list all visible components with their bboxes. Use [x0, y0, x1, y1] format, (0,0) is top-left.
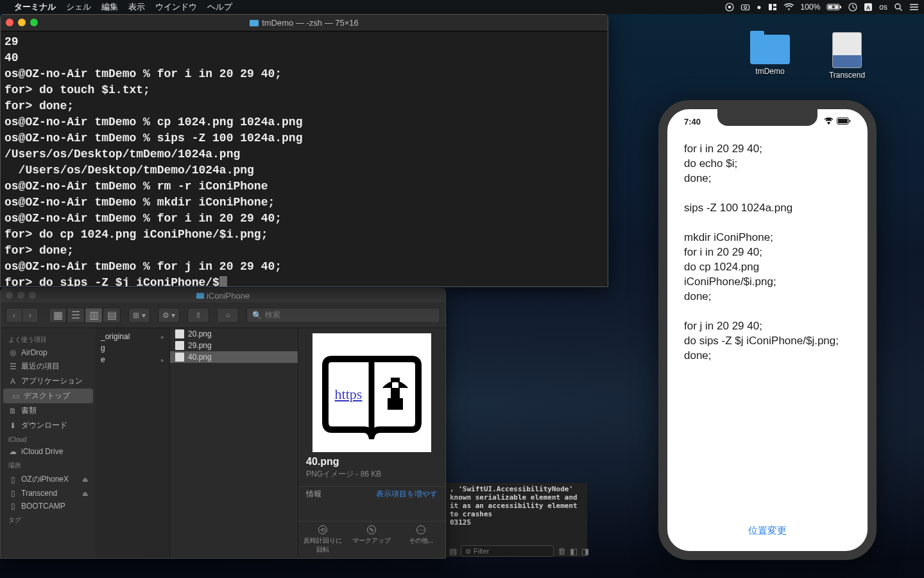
sidebar-item-iphone[interactable]: ▯OZのiPhoneX⏏ [1, 472, 96, 487]
forward-button[interactable]: › [22, 308, 38, 323]
terminal-title: tmDemo — -zsh — 75×16 [262, 18, 359, 28]
close-button[interactable] [6, 19, 13, 26]
zoom-button[interactable] [30, 19, 38, 26]
trash-icon[interactable]: 🗑 [558, 547, 566, 556]
svg-rect-2 [742, 5, 749, 10]
status-camera-icon[interactable] [740, 3, 750, 12]
finder-sidebar: よく使う項目 ◎AirDrop ☰最近の項目 Аアプリケーション ▭デスクトップ… [1, 328, 96, 558]
eject-icon[interactable]: ⏏ [82, 476, 88, 483]
documents-icon: 🗎 [8, 407, 17, 416]
markup-button[interactable]: ✎マークアップ [347, 521, 396, 558]
rotate-ccw-button[interactable]: ⟲反時計回りに 回転 [298, 521, 347, 558]
view-list-button[interactable]: ☰ [67, 308, 85, 323]
terminal-titlebar[interactable]: tmDemo — -zsh — 75×16 [1, 15, 608, 31]
eject-icon[interactable]: ⏏ [82, 490, 88, 497]
menu-window[interactable]: ウインドウ [155, 1, 197, 13]
airdrop-icon: ◎ [8, 348, 17, 357]
desktop-folder-label: tmDemo [744, 67, 796, 76]
status-user[interactable]: os [879, 3, 887, 12]
sidebar-item-iclouddrive[interactable]: ☁iCloud Drive [1, 445, 96, 458]
phone-frame: 7:40 for i in 20 29 40; do echo $i; done… [658, 100, 877, 560]
desktop-drive-label: Transcend [821, 71, 873, 80]
file-row[interactable]: 40.png [170, 351, 298, 363]
folder-icon [750, 35, 790, 64]
back-button[interactable]: ‹ [6, 308, 22, 323]
sidebar-item-desktop[interactable]: ▭デスクトップ [3, 389, 93, 403]
sidebar-item-airdrop[interactable]: ◎AirDrop [1, 346, 96, 359]
menu-view[interactable]: 表示 [128, 1, 145, 13]
phone-bottom-button[interactable]: 位置変更 [667, 525, 868, 537]
close-button[interactable] [6, 292, 13, 299]
svg-rect-17 [850, 120, 851, 123]
column-item[interactable]: _original▸ [96, 331, 169, 342]
desktop-drive-transcend[interactable]: Transcend [821, 32, 873, 80]
phone-icon: ▯ [8, 475, 17, 484]
finder-titlebar[interactable]: iConiPhone [1, 288, 445, 302]
view-column-button[interactable]: ▥ [85, 308, 103, 323]
status-notifications-icon[interactable] [909, 3, 919, 11]
folder-icon [196, 293, 204, 299]
status-spotlight-icon[interactable] [894, 3, 903, 12]
png-icon [175, 329, 184, 338]
terminal-body[interactable]: 29 40 os@OZ-no-Air tmDemo % for i in 20 … [1, 31, 608, 287]
sidebar-item-applications[interactable]: Аアプリケーション [1, 374, 96, 389]
svg-rect-6 [773, 8, 776, 10]
ios-simulator: 7:40 for i in 20 29 40; do echo $i; done… [658, 100, 877, 560]
recents-icon: ☰ [8, 362, 17, 371]
sidebar-item-recents[interactable]: ☰最近の項目 [1, 359, 96, 374]
status-wifi-icon[interactable] [783, 3, 794, 11]
status-input-icon[interactable]: A [864, 3, 873, 12]
view-icon-button[interactable]: ▦ [49, 308, 67, 323]
more-button[interactable]: ⋯その他... [397, 521, 445, 558]
menu-help[interactable]: ヘルプ [207, 1, 232, 13]
view-gallery-button[interactable]: ▤ [103, 308, 121, 323]
panel-right-icon[interactable]: ◨ [581, 547, 589, 556]
arrange-button[interactable]: ⊞ ▾ [128, 308, 150, 323]
menubar: ターミナル シェル 編集 表示 ウインドウ ヘルプ ● 100% A os [0, 0, 924, 14]
cloud-icon: ☁ [8, 447, 17, 456]
column-item[interactable]: g [96, 342, 169, 354]
panel-icon[interactable]: ▤ [449, 547, 457, 556]
share-button[interactable]: ⇧ [187, 308, 209, 323]
minimize-button[interactable] [18, 19, 26, 26]
disk-icon: ▯ [8, 502, 17, 511]
search-placeholder: 検索 [265, 310, 280, 320]
desktop-folder-tmdemo[interactable]: tmDemo [744, 35, 796, 76]
sidebar-item-bootcamp[interactable]: ▯BOOTCAMP [1, 500, 96, 512]
finder-search[interactable]: 🔍 検索 [246, 308, 440, 323]
png-icon [175, 353, 184, 362]
show-more-link[interactable]: 表示項目を増やす [376, 489, 438, 500]
file-row[interactable]: 20.png [170, 328, 298, 340]
phone-statusbar: 7:40 [684, 117, 851, 127]
svg-text:A: A [866, 4, 871, 11]
tag-button[interactable]: ○ [217, 308, 239, 323]
info-label: 情報 [306, 489, 321, 500]
sidebar-item-downloads[interactable]: ⬇ダウンロード [1, 418, 96, 433]
filter-input[interactable]: ⊜Filter [461, 545, 554, 557]
folder-icon [250, 20, 259, 26]
menu-app[interactable]: ターミナル [14, 1, 56, 13]
menu-shell[interactable]: シェル [66, 1, 91, 13]
action-button[interactable]: ⚙ ▾ [158, 308, 180, 323]
status-clock-icon[interactable] [848, 3, 857, 12]
status-window-icon[interactable] [768, 3, 777, 11]
sidebar-item-transcend[interactable]: ▯Transcend⏏ [1, 487, 96, 500]
sidebar-head-icloud: iCloud [1, 433, 96, 445]
minimize-button[interactable] [17, 292, 24, 299]
file-row[interactable]: 29.png [170, 340, 298, 351]
panel-left-icon[interactable]: ◧ [570, 547, 578, 556]
status-dot-icon[interactable]: ● [757, 3, 761, 12]
status-record-icon[interactable] [725, 3, 734, 12]
phone-content[interactable]: for i in 20 29 40; do echo $i; done; sip… [684, 141, 851, 520]
status-battery-icon [826, 3, 842, 11]
preview-subtitle: PNGイメージ - 86 KB [298, 468, 445, 486]
menu-edit[interactable]: 編集 [101, 1, 118, 13]
zoom-button[interactable] [29, 292, 36, 299]
svg-point-13 [895, 4, 900, 9]
sidebar-item-documents[interactable]: 🗎書類 [1, 403, 96, 418]
desktop-icon: ▭ [11, 392, 20, 401]
battery-icon [837, 117, 851, 127]
status-battery-pct: 100% [801, 3, 821, 12]
finder-title: iConiPhone [207, 291, 250, 301]
column-item[interactable]: e▸ [96, 354, 169, 365]
